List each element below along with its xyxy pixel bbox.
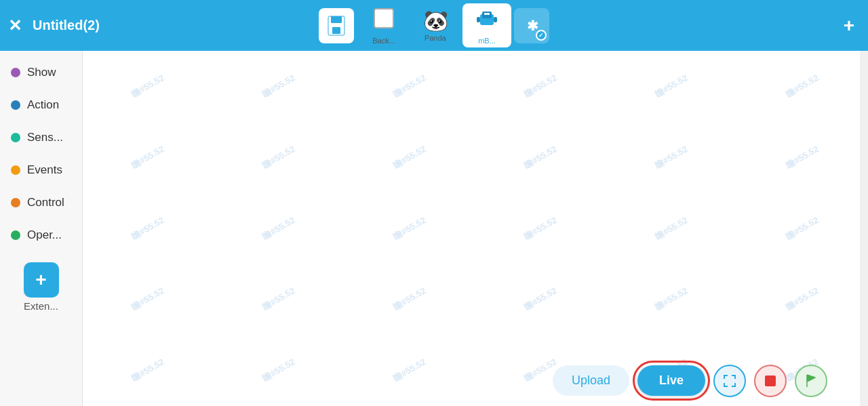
tab-mblock[interactable]: mB... [462,3,511,47]
svg-rect-7 [487,13,490,15]
svg-rect-8 [477,17,480,22]
watermark-cell: 瞻#55.52 [467,165,616,291]
watermark-cell: 瞻#55.52 [728,165,868,291]
watermark-cell: 瞻#55.52 [728,51,868,150]
sidebar-item-sensors[interactable]: Sens... [0,121,82,154]
fullscreen-button[interactable] [713,365,746,397]
watermark-cell: 瞻#55.52 [205,94,354,221]
sidebar-item-operators-label: Oper... [27,228,62,242]
tab-panda[interactable]: 🐼 Panda [411,3,460,47]
sidebar-item-show[interactable]: Show [0,56,82,89]
header: ✕ Untitled(2) Back... 🐼 Panda [0,0,868,51]
sensors-dot [11,133,20,142]
add-button[interactable]: + [844,15,854,37]
watermark-cell: 瞻#55.52 [597,165,747,291]
tab-backdrop-label: Back... [372,37,395,45]
bluetooth-connected-indicator [536,30,547,41]
watermark-cell: 瞻#55.52 [597,51,747,150]
project-title: Untitled(2) [33,18,100,33]
stop-button[interactable] [754,365,787,397]
sidebar-item-show-label: Show [27,66,56,79]
watermark-cell: 瞻#55.52 [83,51,222,150]
operators-dot [11,230,20,240]
tab-bluetooth[interactable]: ✱ [514,8,549,43]
canvas-area[interactable]: 瞻#55.52 瞻#55.52 瞻#55.52 瞻#55.52 瞻#55.52 … [83,51,868,406]
svg-rect-3 [374,9,393,28]
sidebar-item-events[interactable]: Events [0,154,82,186]
mblock-icon [475,6,499,35]
svg-rect-16 [724,383,725,387]
watermark-cell: 瞻#55.52 [205,51,354,150]
watermark-cell: 瞻#55.52 [336,94,485,221]
watermark-cell: 瞻#55.52 [728,94,868,221]
watermark-cell: 瞻#55.52 [467,236,616,363]
live-button[interactable]: Live [637,365,705,396]
watermark-cell: 瞻#55.52 [467,94,616,221]
header-tabs: Back... 🐼 Panda mB... [319,3,549,47]
svg-rect-14 [734,375,736,379]
sidebar: Show Action Sens... Events Control Oper.… [0,51,83,406]
scrollbar[interactable] [860,51,868,406]
sidebar-item-events-label: Events [27,163,62,177]
svg-rect-5 [482,12,492,18]
sidebar-item-sensors-label: Sens... [27,131,63,144]
extend-label[interactable]: Exten... [0,300,82,312]
panda-icon: 🐼 [423,9,448,33]
close-button[interactable]: ✕ [8,16,22,35]
upload-button[interactable]: Upload [553,365,629,396]
svg-rect-6 [484,13,487,15]
watermark-cell: 瞻#55.52 [83,236,222,363]
watermark-cell: 瞻#55.52 [728,236,868,363]
watermark-cell: 瞻#55.52 [83,307,222,406]
watermark-cell: 瞻#55.52 [205,307,354,406]
extend-button[interactable]: + [24,262,59,298]
svg-rect-2 [332,27,340,34]
sidebar-item-control-label: Control [27,196,64,209]
stop-icon [765,375,776,386]
watermark-cell: 瞻#55.52 [336,307,485,406]
watermark-cell: 瞻#55.52 [336,165,485,291]
watermark-cell: 瞻#55.52 [83,94,222,221]
svg-rect-9 [494,17,497,22]
control-dot [11,198,20,207]
tab-mblock-label: mB... [478,37,496,45]
sidebar-item-operators[interactable]: Oper... [0,219,82,251]
watermark-cell: 瞻#55.52 [597,236,747,363]
tab-backdrop[interactable]: Back... [359,3,408,47]
show-dot [11,68,20,77]
action-dot [11,100,20,110]
watermark-cell: 瞻#55.52 [205,236,354,363]
svg-text:✱: ✱ [527,18,538,33]
svg-rect-18 [734,383,736,387]
save-button[interactable] [319,8,354,43]
svg-rect-1 [331,16,342,23]
flag-button[interactable] [795,365,827,397]
sidebar-item-control[interactable]: Control [0,186,82,219]
sidebar-item-action-label: Action [27,98,59,112]
watermark-cell: 瞻#55.52 [205,165,354,291]
watermark-cell: 瞻#55.52 [467,51,616,150]
watermark-cell: 瞻#55.52 [83,165,222,291]
tab-panda-label: Panda [425,34,446,42]
watermark-cell: 瞻#55.52 [336,236,485,363]
watermark-cell: 瞻#55.52 [597,94,747,221]
watermark-grid: 瞻#55.52 瞻#55.52 瞻#55.52 瞻#55.52 瞻#55.52 … [83,51,868,406]
watermark-cell: 瞻#55.52 [336,51,485,150]
sidebar-item-action[interactable]: Action [0,89,82,121]
svg-rect-12 [724,375,725,379]
events-dot [11,165,20,175]
backdrop-icon [372,6,396,35]
